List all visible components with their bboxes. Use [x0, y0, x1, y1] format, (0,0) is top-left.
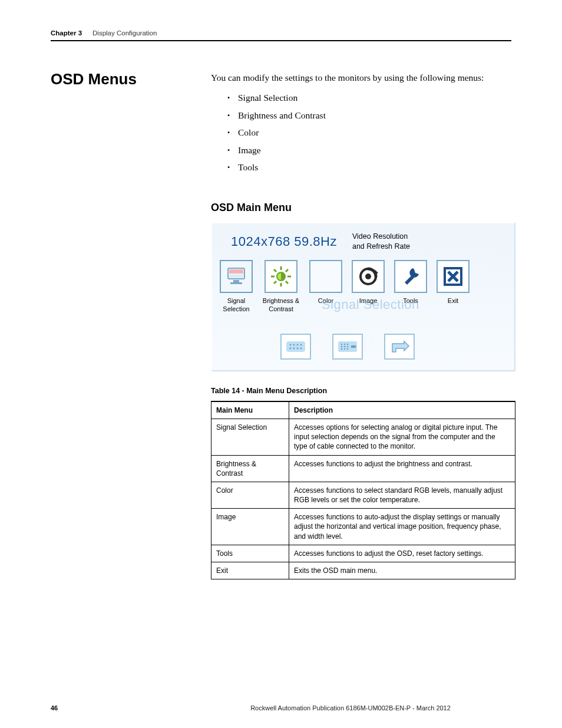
svg-point-37 — [344, 348, 346, 350]
table-row: ExitExits the OSD main menu. — [211, 562, 515, 579]
svg-point-35 — [347, 345, 349, 347]
signal-selection-icon — [220, 260, 253, 293]
svg-point-27 — [297, 347, 299, 349]
table-row: Signal SelectionAccesses options for sel… — [211, 419, 515, 455]
main-menu-table: Main Menu Description Signal SelectionAc… — [211, 401, 515, 579]
svg-rect-3 — [233, 280, 239, 282]
table-caption: Table 14 - Main Menu Description — [211, 387, 515, 395]
table-header: Description — [289, 401, 515, 419]
ghost-label: Signal Selection — [322, 297, 419, 312]
bullet-list: Signal Selection Brightness and Contrast… — [227, 89, 515, 176]
table-row: ToolsAccesses functions to adjust the OS… — [211, 545, 515, 562]
svg-rect-2 — [229, 275, 243, 278]
list-item: Signal Selection — [227, 89, 515, 106]
svg-point-30 — [341, 343, 343, 345]
svg-point-23 — [297, 344, 299, 345]
svg-point-26 — [293, 347, 295, 349]
svg-point-22 — [293, 344, 295, 345]
svg-rect-4 — [230, 282, 242, 284]
section-heading: OSD Menus — [51, 71, 211, 88]
table-header: Main Menu — [211, 401, 289, 419]
svg-point-25 — [290, 347, 292, 349]
publication-id: Rockwell Automation Publication 6186M-UM… — [190, 704, 511, 711]
sub-icon-vga — [280, 334, 311, 360]
list-item: Color — [227, 124, 515, 141]
page-footer: 46 Rockwell Automation Publication 6186M… — [51, 704, 511, 711]
chapter-label: Chapter 3 — [51, 29, 82, 37]
intro-text: You can modify the settings to the monit… — [211, 71, 515, 84]
resolution-text: 1024x768 59.8Hz — [231, 234, 337, 249]
icon-caption: Exit — [448, 297, 458, 305]
svg-point-33 — [341, 345, 343, 347]
image-icon — [352, 260, 385, 293]
icon-caption: Signal Selection — [218, 297, 254, 314]
chapter-title: Display Configuration — [92, 29, 157, 37]
svg-point-24 — [300, 344, 302, 345]
icon-caption: Brightness & Contrast — [260, 297, 302, 314]
subheading: OSD Main Menu — [211, 202, 515, 214]
tools-icon — [394, 260, 427, 293]
svg-point-28 — [300, 347, 302, 349]
svg-point-21 — [290, 344, 292, 345]
sub-icon-dvi — [332, 334, 363, 360]
svg-line-10 — [274, 269, 276, 272]
svg-rect-1 — [229, 269, 243, 274]
osd-figure: 1024x768 59.8Hz Video Resolution and Ref… — [211, 222, 515, 371]
resolution-caption: Video Resolution and Refresh Rate — [352, 232, 417, 252]
color-icon — [309, 260, 342, 293]
list-item: Tools — [227, 159, 515, 176]
svg-rect-39 — [351, 345, 356, 348]
svg-point-31 — [344, 343, 346, 345]
header-rule — [51, 40, 511, 41]
list-item: Brightness and Contrast — [227, 107, 515, 124]
page-number: 46 — [51, 704, 190, 711]
svg-point-36 — [341, 348, 343, 350]
table-row: Brightness & ContrastAccesses functions … — [211, 455, 515, 482]
sub-icon-return — [384, 334, 415, 360]
table-row: ColorAccesses functions to select standa… — [211, 482, 515, 508]
svg-rect-20 — [286, 341, 305, 352]
table-row: ImageAccesses functions to auto-adjust t… — [211, 509, 515, 545]
svg-point-38 — [347, 348, 349, 350]
brightness-contrast-icon — [265, 260, 297, 293]
page-header: Chapter 3 Display Configuration — [51, 29, 511, 37]
svg-line-12 — [286, 269, 288, 272]
exit-icon — [437, 260, 470, 293]
list-item: Image — [227, 141, 515, 159]
svg-line-13 — [274, 281, 276, 284]
svg-point-15 — [365, 274, 371, 279]
svg-line-11 — [286, 281, 288, 284]
svg-point-32 — [347, 343, 349, 345]
svg-point-34 — [344, 345, 346, 347]
